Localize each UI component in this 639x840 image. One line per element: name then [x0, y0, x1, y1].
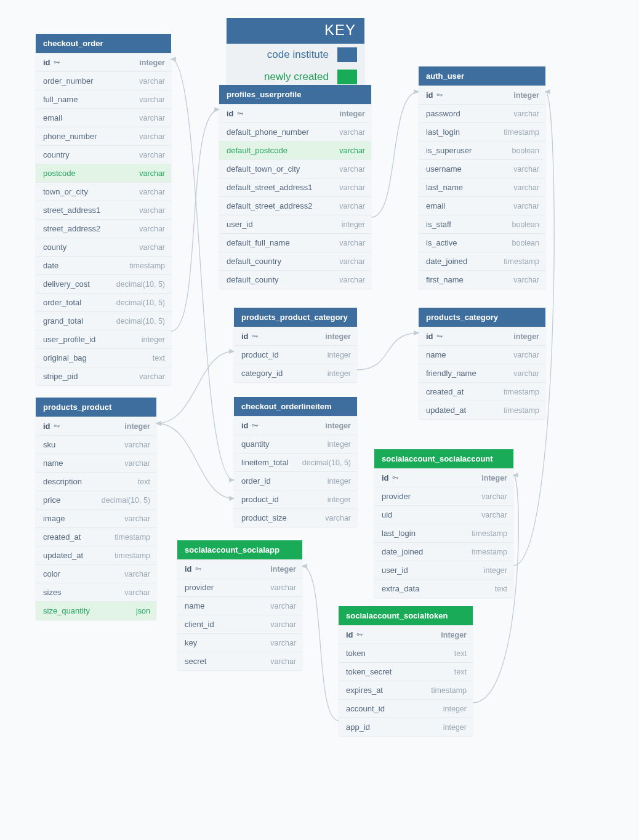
- field-type: boolean: [512, 220, 540, 229]
- field-type: varchar: [339, 146, 365, 155]
- field-name: product_size: [241, 513, 287, 522]
- field-type: integer: [443, 705, 467, 713]
- field-type: varchar: [339, 239, 365, 247]
- field-type: integer: [441, 631, 467, 639]
- field-name: stripe_pid: [43, 372, 78, 381]
- field-name: lineitem_total: [241, 458, 289, 467]
- field-name: product_id: [241, 495, 279, 504]
- field-name: created_at: [43, 532, 81, 542]
- field-row: default_countryvarchar: [219, 252, 371, 270]
- field-row: quantityinteger: [234, 434, 357, 453]
- field-name: street_address2: [43, 224, 100, 233]
- field-type: varchar: [481, 492, 507, 501]
- field-row: is_superuserboolean: [419, 141, 545, 159]
- field-type: varchar: [139, 95, 165, 104]
- field-name: account_id: [346, 704, 385, 713]
- field-name: quantity: [241, 439, 270, 449]
- field-name: first_name: [426, 275, 464, 284]
- field-row: friendly_namevarchar: [419, 364, 545, 382]
- field-type: integer: [443, 723, 467, 732]
- field-type: integer: [339, 110, 365, 118]
- field-type: text: [495, 585, 507, 593]
- field-type: decimal(10, 5): [116, 317, 165, 326]
- field-row: idinteger: [234, 416, 357, 434]
- field-row: usernamevarchar: [419, 159, 545, 178]
- field-name: email: [426, 201, 445, 210]
- field-type: varchar: [124, 514, 150, 523]
- field-type: timestamp: [472, 529, 507, 538]
- field-name: product_id: [241, 350, 279, 359]
- field-type: integer: [124, 422, 150, 431]
- legend-swatch-green: [337, 70, 357, 84]
- field-type: timestamp: [504, 388, 539, 396]
- key-icon: [356, 631, 363, 639]
- field-row: idinteger: [219, 104, 371, 122]
- table-checkout_orderlineitem: checkout_orderlineitemidintegerquantityi…: [234, 397, 357, 527]
- field-row: user_idinteger: [219, 215, 371, 233]
- legend-label: code institute: [267, 49, 329, 61]
- field-type: varchar: [339, 257, 365, 266]
- field-name: is_staff: [426, 220, 451, 229]
- field-type: integer: [513, 91, 539, 100]
- field-type: varchar: [270, 583, 296, 592]
- field-name: app_id: [346, 722, 370, 732]
- field-row: delivery_costdecimal(10, 5): [36, 274, 171, 293]
- field-name: id: [382, 473, 399, 482]
- field-type: varchar: [139, 151, 165, 159]
- field-type: varchar: [139, 206, 165, 215]
- field-name: date_joined: [426, 257, 467, 266]
- field-row: namevarchar: [419, 345, 545, 364]
- field-row: full_namevarchar: [36, 90, 171, 108]
- field-name: category_id: [241, 369, 283, 378]
- field-name: name: [43, 458, 63, 468]
- field-row: updated_attimestamp: [419, 401, 545, 419]
- field-type: varchar: [325, 514, 351, 522]
- field-row: providervarchar: [177, 578, 302, 596]
- field-type: integer: [481, 474, 507, 482]
- field-name: last_name: [426, 183, 463, 192]
- field-type: varchar: [339, 128, 365, 137]
- field-name: created_at: [426, 387, 464, 396]
- field-name: delivery_cost: [43, 279, 90, 289]
- field-type: integer: [513, 332, 539, 341]
- table-header: products_product: [36, 398, 156, 417]
- field-row: extra_datatext: [374, 579, 513, 598]
- field-name: is_superuser: [426, 146, 472, 155]
- field-row: date_joinedtimestamp: [374, 542, 513, 561]
- field-row: town_or_cityvarchar: [36, 182, 171, 201]
- field-name: original_bag: [43, 353, 87, 362]
- field-name: id: [426, 332, 443, 341]
- table-socialaccount_socialaccount: socialaccount_socialaccountidintegerprov…: [374, 449, 513, 598]
- field-name: image: [43, 514, 65, 523]
- legend-swatch-blue: [337, 47, 357, 62]
- table-header: auth_user: [419, 66, 545, 86]
- field-type: varchar: [513, 183, 539, 192]
- field-type: varchar: [139, 188, 165, 196]
- field-name: user_id: [227, 220, 253, 229]
- field-type: timestamp: [504, 406, 539, 415]
- field-name: default_country: [227, 257, 281, 266]
- field-type: varchar: [339, 183, 365, 192]
- key-icon: [195, 566, 202, 573]
- field-name: last_login: [426, 127, 460, 137]
- field-row: date_joinedtimestamp: [419, 252, 545, 270]
- field-name: order_id: [241, 476, 271, 486]
- field-name: id: [346, 630, 363, 639]
- field-type: decimal(10, 5): [116, 298, 165, 307]
- field-name: uid: [382, 510, 392, 519]
- field-row: emailvarchar: [36, 108, 171, 127]
- field-type: varchar: [139, 169, 165, 178]
- field-row: lineitem_totaldecimal(10, 5): [234, 453, 357, 471]
- field-type: text: [454, 668, 467, 676]
- field-row: last_namevarchar: [419, 178, 545, 196]
- field-name: username: [426, 164, 462, 174]
- field-type: timestamp: [504, 128, 539, 137]
- field-name: sku: [43, 440, 55, 449]
- field-name: size_quantity: [43, 606, 90, 615]
- field-name: default_phone_number: [227, 127, 309, 137]
- field-type: varchar: [124, 588, 150, 597]
- field-type: integer: [325, 332, 351, 341]
- field-type: varchar: [124, 441, 150, 449]
- field-name: default_postcode: [227, 146, 287, 155]
- field-row: sizesvarchar: [36, 583, 156, 601]
